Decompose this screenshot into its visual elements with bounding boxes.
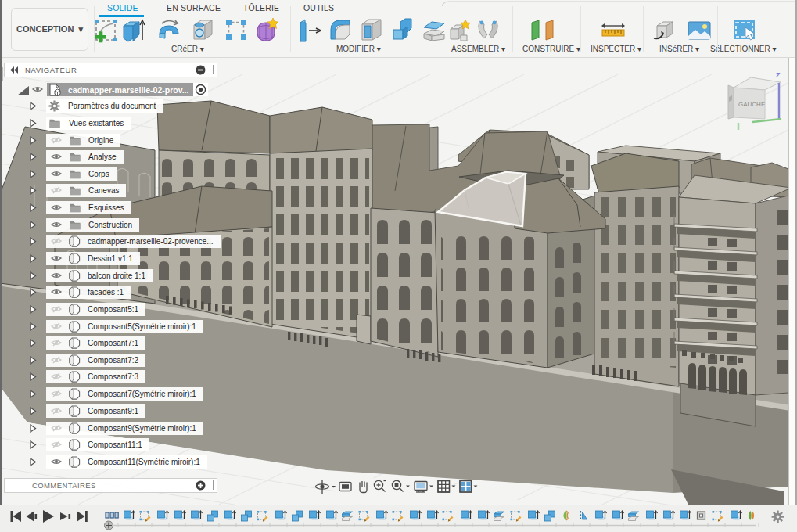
svg-text:GAUCHE: GAUCHE	[738, 101, 765, 108]
svg-text:Z: Z	[776, 71, 781, 79]
